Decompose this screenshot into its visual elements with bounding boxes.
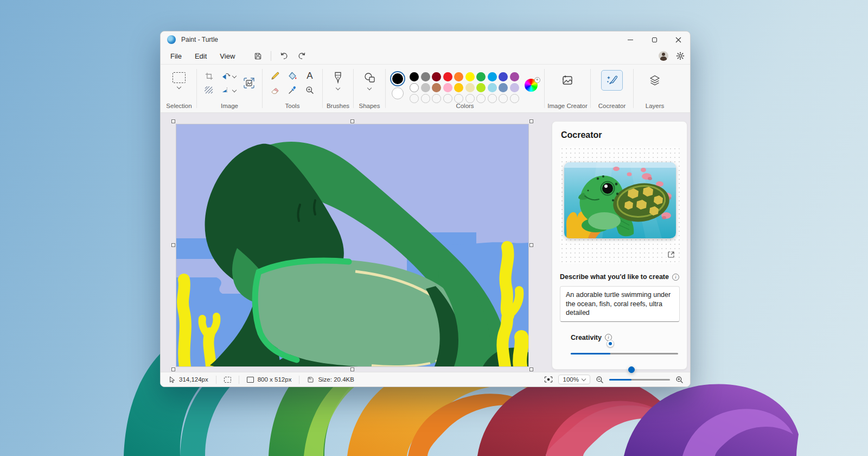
zoom-slider[interactable]: [609, 376, 670, 383]
menu-view[interactable]: View: [213, 50, 241, 62]
section-label: Layers: [646, 103, 665, 109]
settings-gear-icon[interactable]: [676, 52, 685, 60]
maximize-button[interactable]: [642, 31, 666, 48]
magnifier-tool-button[interactable]: [302, 84, 317, 97]
color-swatch[interactable]: [410, 83, 419, 92]
creativity-slider[interactable]: [571, 349, 678, 358]
color-swatch[interactable]: [476, 72, 486, 81]
title-bar[interactable]: Paint - Turtle: [161, 31, 690, 48]
section-layers: Layers: [634, 65, 676, 112]
fit-to-screen-button[interactable]: [544, 376, 553, 383]
eraser-tool-button[interactable]: [267, 84, 283, 97]
selection-handle[interactable]: [350, 368, 354, 371]
empty-color-slot[interactable]: [432, 94, 441, 103]
zoom-out-button[interactable]: [596, 376, 604, 384]
color-swatch[interactable]: [421, 72, 430, 81]
secondary-color-swatch[interactable]: [392, 87, 404, 99]
selection-dropdown-chevron-icon[interactable]: [177, 85, 181, 89]
selection-handle[interactable]: [529, 119, 533, 123]
describe-info-icon[interactable]: i: [672, 274, 679, 281]
empty-color-slot[interactable]: [476, 94, 486, 103]
window-controls: [618, 31, 690, 48]
save-button[interactable]: [250, 50, 265, 62]
selection-handle[interactable]: [171, 119, 175, 123]
color-swatch[interactable]: [465, 72, 475, 81]
color-swatch[interactable]: [421, 83, 430, 92]
empty-color-slot[interactable]: [465, 94, 475, 103]
maximize-icon: [652, 37, 657, 42]
minimize-button[interactable]: [618, 31, 642, 48]
empty-color-slot[interactable]: [410, 94, 419, 103]
selection-handle[interactable]: [171, 243, 175, 247]
account-avatar[interactable]: [659, 51, 668, 61]
cocreator-panel-title: Cocreator: [561, 130, 679, 140]
zoom-in-button[interactable]: [675, 376, 684, 384]
selection-handle[interactable]: [350, 119, 354, 123]
redo-button[interactable]: [294, 50, 309, 62]
creativity-slider-thumb[interactable]: [607, 340, 614, 347]
color-swatch[interactable]: [488, 72, 497, 81]
color-swatch[interactable]: [443, 83, 452, 92]
flip-dropdown-chevron-icon: [232, 88, 236, 92]
shapes-dropdown-chevron-icon[interactable]: [367, 86, 372, 90]
edit-colors-button[interactable]: +: [525, 79, 539, 93]
color-swatch[interactable]: [488, 83, 497, 92]
file-size-indicator: Size: 20.4KB: [305, 376, 356, 383]
color-swatch[interactable]: [510, 83, 519, 92]
color-swatch[interactable]: [454, 72, 463, 81]
empty-color-slot[interactable]: [499, 94, 508, 103]
layers-button[interactable]: [644, 70, 666, 91]
crop-icon: [205, 72, 213, 80]
transparency-pattern-button[interactable]: [201, 84, 216, 97]
zoom-level-dropdown[interactable]: 100%: [558, 375, 590, 384]
menu-file[interactable]: File: [164, 50, 188, 62]
color-swatch[interactable]: [443, 72, 452, 81]
text-tool-button[interactable]: A: [302, 69, 317, 83]
color-swatch[interactable]: [510, 72, 519, 81]
color-picker-tool-button[interactable]: [285, 84, 300, 97]
color-palette-custom-empty: [410, 94, 519, 103]
menu-edit[interactable]: Edit: [188, 50, 213, 62]
selection-tool-button[interactable]: [171, 71, 187, 84]
crop-button[interactable]: [201, 69, 216, 83]
color-swatch[interactable]: [410, 72, 419, 81]
color-swatch[interactable]: [476, 83, 486, 92]
color-swatch[interactable]: [499, 83, 508, 92]
primary-color-swatch[interactable]: [391, 72, 404, 85]
prompt-input[interactable]: An adorable turtle swimming under the oc…: [560, 286, 680, 322]
empty-color-slot[interactable]: [443, 94, 452, 103]
brushes-dropdown-chevron-icon[interactable]: [336, 86, 340, 90]
fill-tool-button[interactable]: [285, 69, 300, 83]
color-swatch[interactable]: [454, 83, 463, 92]
pencil-tool-button[interactable]: [267, 69, 283, 83]
empty-color-slot[interactable]: [510, 94, 519, 103]
turtle-drawing[interactable]: [176, 124, 528, 366]
rotate-button[interactable]: [221, 69, 236, 83]
selection-handle[interactable]: [171, 368, 175, 371]
selection-size-indicator: [222, 377, 233, 383]
describe-label: Describe what you'd like to create: [560, 273, 669, 281]
color-swatch[interactable]: [432, 83, 441, 92]
shapes-button[interactable]: [362, 70, 377, 85]
color-swatch[interactable]: [432, 72, 441, 81]
cocreator-button[interactable]: [601, 70, 623, 91]
empty-color-slot[interactable]: [488, 94, 497, 103]
color-swatch[interactable]: [499, 72, 508, 81]
flip-button[interactable]: [221, 84, 236, 97]
selection-handle[interactable]: [529, 368, 533, 371]
undo-button[interactable]: [277, 50, 292, 62]
menu-separator: [271, 51, 271, 61]
generated-image-thumbnail[interactable]: [564, 162, 676, 238]
image-creator-button[interactable]: [557, 70, 578, 91]
zoom-slider-thumb[interactable]: [628, 366, 635, 373]
hatch-pattern-icon: [205, 86, 213, 94]
image-options-button[interactable]: [239, 74, 259, 92]
brushes-button[interactable]: [330, 70, 346, 85]
selection-handle[interactable]: [529, 243, 533, 247]
color-swatch[interactable]: [465, 83, 475, 92]
drawing-canvas[interactable]: [176, 124, 528, 366]
close-button[interactable]: [666, 31, 690, 48]
expand-preview-button[interactable]: [666, 249, 676, 260]
empty-color-slot[interactable]: [454, 94, 463, 103]
empty-color-slot[interactable]: [421, 94, 430, 103]
